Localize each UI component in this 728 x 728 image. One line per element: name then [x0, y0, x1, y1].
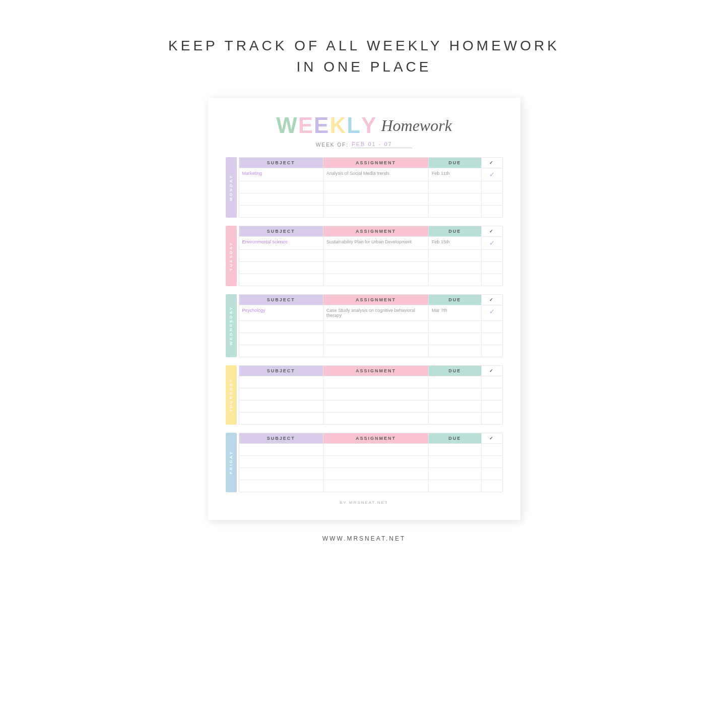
data-row-friday-3 — [239, 480, 502, 492]
td-check-monday-1 — [481, 181, 502, 193]
day-label-wednesday: WEDNESDAY — [226, 294, 237, 357]
day-table-wrap-wednesday: SUBJECTASSIGNMENTDUE✓PsychologyCase Stud… — [239, 294, 503, 357]
header-row-monday: SUBJECTASSIGNMENTDUE✓ — [239, 158, 502, 168]
week-of-value: Feb 01 - 07 — [352, 141, 412, 148]
td-assignment-wednesday-0: Case Study analysis on cognitive behavio… — [323, 305, 428, 321]
day-table-wrap-thursday: SUBJECTASSIGNMENTDUE✓ — [239, 365, 503, 425]
day-label-thursday: THURSDAY — [226, 365, 237, 425]
th-assignment-monday: ASSIGNMENT — [323, 158, 428, 168]
week-of-line: WEEK OF: Feb 01 - 07 — [226, 141, 503, 148]
td-due-monday-1 — [429, 181, 482, 193]
day-section-friday: FRIDAYSUBJECTASSIGNMENTDUE✓ — [226, 433, 503, 492]
td-due-wednesday-1 — [429, 321, 482, 333]
td-due-tuesday-0: Feb 15th — [429, 237, 482, 250]
planner-header: W E E K L Y Homework — [226, 113, 503, 138]
th-due-friday: DUE — [429, 433, 482, 444]
td-subject-monday-0: Marketing — [239, 168, 323, 181]
td-check-friday-2 — [481, 468, 502, 480]
header-row-wednesday: SUBJECTASSIGNMENTDUE✓ — [239, 295, 502, 305]
td-check-friday-1 — [481, 456, 502, 468]
td-check-thursday-3 — [481, 413, 502, 425]
td-subject-wednesday-1 — [239, 321, 323, 333]
data-row-thursday-3 — [239, 413, 502, 425]
th-assignment-wednesday: ASSIGNMENT — [323, 295, 428, 305]
week-of-label: WEEK OF: — [316, 142, 349, 148]
td-check-tuesday-1 — [481, 250, 502, 262]
data-row-thursday-0 — [239, 376, 502, 388]
td-subject-friday-2 — [239, 468, 323, 480]
letter-k: K — [329, 113, 347, 138]
td-subject-wednesday-3 — [239, 345, 323, 357]
data-row-monday-0: MarketingAnalysis of Social Media trends… — [239, 168, 502, 181]
td-subject-monday-3 — [239, 206, 323, 218]
day-table-tuesday: SUBJECTASSIGNMENTDUE✓Environmental scien… — [239, 226, 503, 286]
td-subject-thursday-2 — [239, 401, 323, 413]
td-assignment-monday-0: Analysis of Social Media trends — [323, 168, 428, 181]
td-assignment-friday-2 — [323, 468, 428, 480]
td-due-friday-1 — [429, 456, 482, 468]
td-assignment-monday-1 — [323, 181, 428, 193]
header-row-friday: SUBJECTASSIGNMENTDUE✓ — [239, 433, 502, 444]
data-row-thursday-2 — [239, 401, 502, 413]
letter-e2: E — [314, 113, 329, 138]
td-check-monday-2 — [481, 193, 502, 206]
letter-y: Y — [361, 113, 377, 138]
day-table-wrap-tuesday: SUBJECTASSIGNMENTDUE✓Environmental scien… — [239, 226, 503, 286]
td-check-wednesday-2 — [481, 333, 502, 345]
days-container: MONDAYSUBJECTASSIGNMENTDUE✓MarketingAnal… — [226, 157, 503, 492]
data-row-tuesday-0: Environmental scienceSustainability Plan… — [239, 237, 502, 250]
td-subject-tuesday-3 — [239, 274, 323, 286]
day-label-friday: FRIDAY — [226, 433, 237, 492]
data-row-wednesday-1 — [239, 321, 502, 333]
th-subject-thursday: SUBJECT — [239, 366, 323, 376]
td-due-thursday-2 — [429, 401, 482, 413]
day-table-thursday: SUBJECTASSIGNMENTDUE✓ — [239, 365, 503, 425]
td-subject-thursday-1 — [239, 388, 323, 401]
td-due-wednesday-2 — [429, 333, 482, 345]
checkmark-icon: ✓ — [489, 171, 495, 178]
td-assignment-thursday-0 — [323, 376, 428, 388]
website-footer: WWW.MRSNEAT.NET — [322, 535, 406, 542]
td-subject-wednesday-2 — [239, 333, 323, 345]
th-due-wednesday: DUE — [429, 295, 482, 305]
td-assignment-friday-1 — [323, 456, 428, 468]
day-table-wrap-friday: SUBJECTASSIGNMENTDUE✓ — [239, 433, 503, 492]
td-due-monday-3 — [429, 206, 482, 218]
th-subject-friday: SUBJECT — [239, 433, 323, 444]
day-name-friday: FRIDAY — [229, 450, 233, 474]
td-due-friday-3 — [429, 480, 482, 492]
td-assignment-friday-0 — [323, 444, 428, 456]
td-check-thursday-2 — [481, 401, 502, 413]
data-row-tuesday-3 — [239, 274, 502, 286]
data-row-friday-0 — [239, 444, 502, 456]
td-assignment-tuesday-1 — [323, 250, 428, 262]
td-check-wednesday-1 — [481, 321, 502, 333]
td-due-tuesday-1 — [429, 250, 482, 262]
td-check-wednesday-3 — [481, 345, 502, 357]
td-subject-wednesday-0: Psychology — [239, 305, 323, 321]
header-row-tuesday: SUBJECTASSIGNMENTDUE✓ — [239, 226, 502, 237]
data-row-wednesday-0: PsychologyCase Study analysis on cogniti… — [239, 305, 502, 321]
header-row-thursday: SUBJECTASSIGNMENTDUE✓ — [239, 366, 502, 376]
td-subject-friday-1 — [239, 456, 323, 468]
td-due-wednesday-3 — [429, 345, 482, 357]
th-due-thursday: DUE — [429, 366, 482, 376]
day-table-wrap-monday: SUBJECTASSIGNMENTDUE✓MarketingAnalysis o… — [239, 157, 503, 218]
day-name-thursday: THURSDAY — [229, 378, 233, 412]
td-check-friday-0 — [481, 444, 502, 456]
day-table-wednesday: SUBJECTASSIGNMENTDUE✓PsychologyCase Stud… — [239, 294, 503, 357]
data-row-thursday-1 — [239, 388, 502, 401]
td-due-thursday-0 — [429, 376, 482, 388]
td-subject-monday-2 — [239, 193, 323, 206]
data-row-monday-2 — [239, 193, 502, 206]
td-assignment-friday-3 — [323, 480, 428, 492]
th-subject-wednesday: SUBJECT — [239, 295, 323, 305]
data-row-wednesday-3 — [239, 345, 502, 357]
th-assignment-thursday: ASSIGNMENT — [323, 366, 428, 376]
letter-w: W — [276, 113, 298, 138]
td-due-monday-0: Feb 11th — [429, 168, 482, 181]
td-check-tuesday-3 — [481, 274, 502, 286]
td-check-monday-3 — [481, 206, 502, 218]
th-check-thursday: ✓ — [481, 366, 502, 376]
td-subject-thursday-3 — [239, 413, 323, 425]
